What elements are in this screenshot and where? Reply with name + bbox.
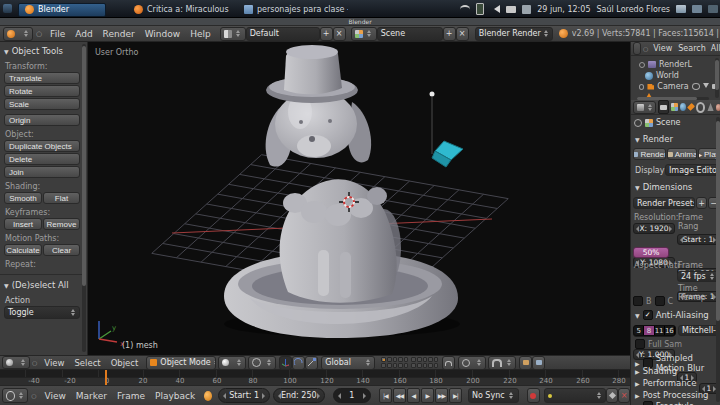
collapse-menu-icon[interactable]: ○ xyxy=(643,45,648,52)
screen-layout-name[interactable]: Default xyxy=(246,27,320,41)
workspace-icon-3[interactable] xyxy=(708,5,718,13)
panel-deselect-all[interactable]: ▼ (De)select All xyxy=(4,280,69,290)
border-checkbox[interactable] xyxy=(633,296,643,306)
tab-world-icon[interactable] xyxy=(680,103,686,111)
layers-grid-left[interactable] xyxy=(381,357,408,368)
outliner-editor-selector[interactable] xyxy=(633,42,641,55)
render-still-button[interactable]: Render xyxy=(633,148,666,160)
duplicate-objects-button[interactable]: Duplicate Objects xyxy=(4,140,80,152)
aa-samples-8[interactable]: 8 xyxy=(644,326,654,335)
taskbar-item-blender[interactable]: Blender xyxy=(18,3,106,17)
insert-keyframe-icon[interactable] xyxy=(606,388,618,403)
manipulator-rotate-icon[interactable] xyxy=(292,356,305,370)
collapse-menu-icon[interactable]: ○ xyxy=(32,359,37,366)
visibility-eye-icon[interactable] xyxy=(692,83,700,90)
add-layout-button[interactable]: + xyxy=(320,27,333,41)
mode-dropdown[interactable]: Object Mode xyxy=(146,356,216,370)
frame-start-field[interactable]: Start : 1 xyxy=(677,234,719,245)
tab-object-icon[interactable] xyxy=(687,103,695,111)
clock[interactable]: 29 jun, 12:05 xyxy=(537,5,590,14)
battery-icon[interactable] xyxy=(476,3,484,15)
panel-object-tools[interactable]: ▼ Object Tools xyxy=(4,46,63,56)
clear-paths-button[interactable]: Clear xyxy=(43,244,80,256)
panel-shading[interactable]: ▶ Shading xyxy=(635,366,677,376)
crop-checkbox[interactable] xyxy=(655,296,665,306)
resolution-x-field[interactable]: X: 1920 xyxy=(633,223,675,234)
scale-button[interactable]: Scale xyxy=(4,98,80,110)
manipulator-scale-icon[interactable] xyxy=(305,356,318,370)
aa-samples-5[interactable]: 5 xyxy=(634,326,644,335)
fps-dropdown[interactable]: 24 fps xyxy=(677,271,719,282)
current-frame-field[interactable]: 1 xyxy=(333,388,371,403)
resolution-percentage-slider[interactable]: 50% xyxy=(633,247,669,258)
remove-keyframe-button[interactable]: Remove xyxy=(43,218,80,230)
outliner-item-camera[interactable]: Camera xyxy=(639,82,717,91)
timeline-menu-marker[interactable]: Marker xyxy=(71,388,112,404)
full-sample-checkbox[interactable] xyxy=(635,339,645,349)
add-scene-button[interactable]: + xyxy=(443,27,456,41)
timeline-editor-selector[interactable] xyxy=(2,388,28,403)
panel-freestyle[interactable]: ▶ Freestyle xyxy=(635,401,694,405)
play-reverse-button[interactable]: ◀ xyxy=(407,388,420,403)
taskbar-item-files[interactable]: personajes para clase - Ges... xyxy=(238,3,348,17)
menu-add[interactable]: Add xyxy=(70,26,97,42)
tab-constraints-icon[interactable] xyxy=(696,102,705,113)
tab-material-icon[interactable] xyxy=(716,104,720,111)
aa-samples-11[interactable]: 11 xyxy=(655,326,665,335)
viewport-3d[interactable]: x y User Ortho (1) mesh xyxy=(88,42,630,355)
aa-samples-segmented[interactable]: 5 8 11 16 xyxy=(633,325,676,336)
outliner-v-scrollbar[interactable] xyxy=(715,58,719,98)
menu-help[interactable]: Help xyxy=(185,26,216,42)
notes-icon[interactable] xyxy=(522,5,531,14)
frame-end-slider[interactable]: End: 250 xyxy=(273,388,325,403)
timeline-menu-playback[interactable]: Playback xyxy=(150,388,200,404)
anti-aliasing-checkbox[interactable]: ✓ xyxy=(643,310,653,320)
taskbar-item-firefox[interactable]: Critica a: Miraculous Lady... xyxy=(128,3,230,17)
render-animation-button[interactable]: Anima xyxy=(667,148,697,160)
screen-layout-icon-selector[interactable] xyxy=(220,27,246,41)
join-button[interactable]: Join xyxy=(4,166,80,178)
prev-keyframe-button[interactable]: ◀◀ xyxy=(393,388,406,403)
timeline-menu-view[interactable]: View xyxy=(39,388,70,404)
add-preset-button[interactable]: + xyxy=(696,197,707,209)
rotate-button[interactable]: Rotate xyxy=(4,85,80,97)
statue-mesh-object[interactable] xyxy=(224,45,460,338)
translate-button[interactable]: Translate xyxy=(4,72,80,84)
panel-dimensions[interactable]: ▼ Dimensions xyxy=(635,182,692,192)
keying-set-field[interactable] xyxy=(544,388,607,403)
insert-keyframe-button[interactable]: Insert xyxy=(4,218,42,230)
manipulator-translate-icon[interactable] xyxy=(279,356,292,370)
next-keyframe-button[interactable]: ▶▶ xyxy=(435,388,448,403)
menu-render[interactable]: Render xyxy=(98,26,140,42)
scene-name[interactable]: Scene xyxy=(377,27,443,41)
viewport-shading-dropdown[interactable] xyxy=(218,356,246,370)
expander-icon[interactable] xyxy=(639,62,645,68)
app-menu-icon[interactable] xyxy=(3,4,12,13)
menu-window[interactable]: Window xyxy=(140,26,186,42)
outliner-menu-search[interactable]: Search xyxy=(675,41,708,57)
panel-anti-aliasing[interactable]: ▼ ✓ Anti-Aliasing xyxy=(635,310,709,320)
play-button[interactable]: ▶ xyxy=(421,388,434,403)
collapse-menu-icon[interactable]: ○ xyxy=(36,30,42,38)
lock-to-scene-icon[interactable] xyxy=(442,356,455,370)
menu-file[interactable]: File xyxy=(45,26,70,42)
delete-keyframe-icon[interactable]: × xyxy=(618,388,630,403)
smooth-button[interactable]: Smooth xyxy=(4,192,42,204)
proportional-edit-dropdown[interactable] xyxy=(458,356,486,370)
timeline-menu-frame[interactable]: Frame xyxy=(112,388,150,404)
aa-samples-16[interactable]: 16 xyxy=(665,326,675,335)
pivot-point-dropdown[interactable] xyxy=(248,356,276,370)
outliner-display-mode[interactable]: All xyxy=(709,41,720,57)
viewport-menu-select[interactable]: Select xyxy=(69,355,105,371)
tool-shelf-scrollbar[interactable] xyxy=(82,44,86,352)
transform-orientation-dropdown[interactable]: Global xyxy=(321,356,375,370)
frame-start-slider[interactable]: Start: 1 xyxy=(218,388,270,403)
render-engine-selector[interactable]: Blender Render xyxy=(475,27,553,41)
auto-keyframe-record-button[interactable] xyxy=(527,388,540,403)
outliner-item-world[interactable]: World xyxy=(645,71,715,80)
tab-scene-icon[interactable] xyxy=(671,103,678,111)
pin-icon[interactable] xyxy=(634,119,642,127)
properties-scrollbar[interactable] xyxy=(716,117,720,402)
panel-post-processing[interactable]: ▶ Post Processing xyxy=(635,390,709,400)
display-mode-dropdown[interactable]: Image Editor xyxy=(665,164,719,176)
